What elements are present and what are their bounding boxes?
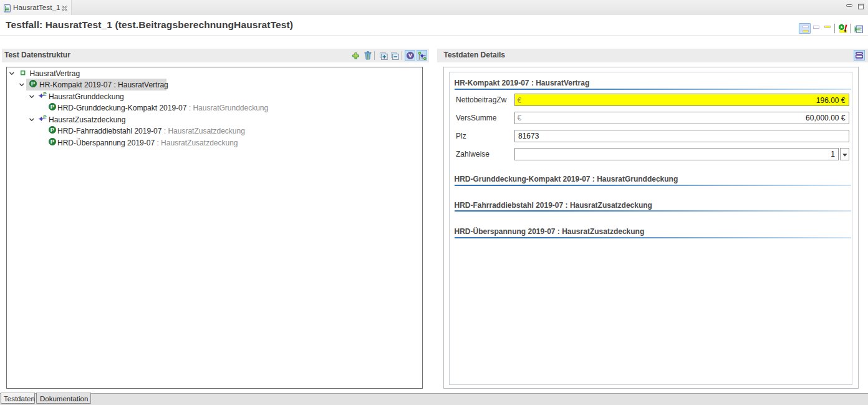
svg-text:V: V — [408, 52, 413, 59]
